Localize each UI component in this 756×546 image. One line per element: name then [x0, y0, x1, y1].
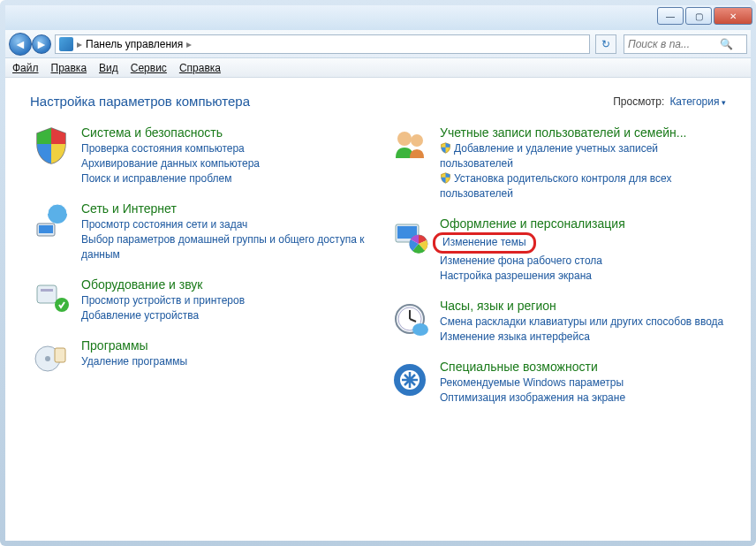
programs-icon [30, 337, 72, 380]
category-link[interactable]: Просмотр состояния сети и задач [81, 217, 367, 232]
category-title[interactable]: Система и безопасность [81, 125, 367, 140]
category-title[interactable]: Программы [81, 337, 367, 353]
category-link[interactable]: Рекомендуемые Windows параметры [440, 375, 726, 391]
menu-bar: Файл Правка Вид Сервис Справка [5, 58, 751, 78]
category-link[interactable]: Добавление устройства [81, 308, 367, 323]
search-input[interactable] [628, 38, 716, 50]
category-link[interactable]: Изменение языка интерфейса [440, 330, 726, 345]
category-link[interactable]: Установка родительского контроля для все… [440, 171, 726, 201]
category-link[interactable]: Удаление программы [81, 354, 367, 369]
refresh-button[interactable]: ↻ [595, 34, 616, 54]
breadcrumb-separator: ▸ [77, 38, 82, 50]
clock-icon [389, 298, 431, 340]
menu-help[interactable]: Справка [179, 62, 221, 74]
window: — ▢ ✕ ◄ ► ▸ Панель управления ▸ ↻ 🔍 Файл… [0, 0, 756, 546]
users-icon [389, 125, 431, 167]
category-link[interactable]: Добавление и удаление учетных записей по… [440, 141, 726, 171]
category-link[interactable]: Проверка состояния компьютера [81, 141, 367, 156]
menu-edit[interactable]: Правка [51, 62, 87, 74]
breadcrumb-root[interactable]: Панель управления [86, 38, 183, 50]
category-link[interactable]: Изменение фона рабочего стола [440, 254, 726, 269]
menu-file[interactable]: Файл [12, 62, 39, 74]
search-icon: 🔍 [720, 38, 733, 50]
page-title: Настройка параметров компьютера [30, 94, 250, 109]
address-bar[interactable]: ▸ Панель управления ▸ [55, 34, 590, 54]
category-title[interactable]: Часы, язык и регион [440, 298, 726, 314]
nav-back-button[interactable]: ◄ [9, 33, 32, 56]
control-panel-icon [59, 37, 73, 51]
category-ease: Специальные возможностиРекомендуемые Win… [389, 359, 726, 406]
category-appearance: Оформление и персонализацияИзменение тем… [389, 216, 726, 284]
category-link[interactable]: Изменение темы [440, 232, 726, 254]
category-column-right: Учетные записи пользователей и семейн...… [389, 125, 726, 406]
category-column-left: Система и безопасностьПроверка состояния… [30, 125, 367, 406]
category-programs: ПрограммыУдаление программы [30, 337, 367, 380]
category-hardware: Оборудование и звукПросмотр устройств и … [30, 277, 367, 323]
category-link[interactable]: Архивирование данных компьютера [81, 156, 367, 171]
minimize-button[interactable]: — [657, 7, 684, 25]
ease-icon [389, 359, 431, 401]
nav-forward-button[interactable]: ► [32, 34, 51, 54]
menu-view[interactable]: Вид [99, 62, 118, 74]
category-link[interactable]: Смена раскладки клавиатуры или других сп… [440, 315, 726, 330]
hardware-icon [30, 277, 72, 319]
category-title[interactable]: Оформление и персонализация [440, 216, 726, 231]
uac-shield-icon [440, 172, 451, 184]
category-link[interactable]: Оптимизация изображения на экране [440, 391, 726, 406]
category-link[interactable]: Настройка разрешения экрана [440, 269, 726, 284]
content-area: Настройка параметров компьютера Просмотр… [5, 78, 751, 541]
appearance-icon [389, 216, 431, 258]
maximize-button[interactable]: ▢ [685, 7, 712, 25]
breadcrumb-separator: ▸ [186, 38, 192, 50]
shield-icon [30, 125, 72, 167]
nav-bar: ◄ ► ▸ Панель управления ▸ ↻ 🔍 [5, 30, 751, 58]
category-link[interactable]: Просмотр устройств и принтеров [81, 293, 367, 308]
view-dropdown[interactable]: Категория [669, 95, 726, 108]
view-label: Просмотр: [613, 95, 664, 108]
category-users: Учетные записи пользователей и семейн...… [389, 125, 726, 201]
category-title[interactable]: Оборудование и звук [81, 277, 367, 292]
category-clock: Часы, язык и регионСмена раскладки клави… [389, 298, 726, 345]
category-title[interactable]: Учетные записи пользователей и семейн... [440, 125, 726, 140]
close-button[interactable]: ✕ [714, 7, 752, 25]
menu-tools[interactable]: Сервис [131, 62, 167, 74]
category-link[interactable]: Поиск и исправление проблем [81, 171, 367, 186]
category-network: Сеть и ИнтернетПросмотр состояния сети и… [30, 201, 367, 262]
category-link[interactable]: Выбор параметров домашней группы и общег… [81, 232, 367, 262]
uac-shield-icon [440, 142, 451, 154]
search-box[interactable]: 🔍 [624, 34, 747, 54]
network-icon [30, 201, 72, 243]
category-title[interactable]: Сеть и Интернет [81, 201, 367, 216]
category-shield: Система и безопасностьПроверка состояния… [30, 125, 367, 186]
titlebar: — ▢ ✕ [5, 5, 751, 30]
category-title[interactable]: Специальные возможности [440, 359, 726, 375]
